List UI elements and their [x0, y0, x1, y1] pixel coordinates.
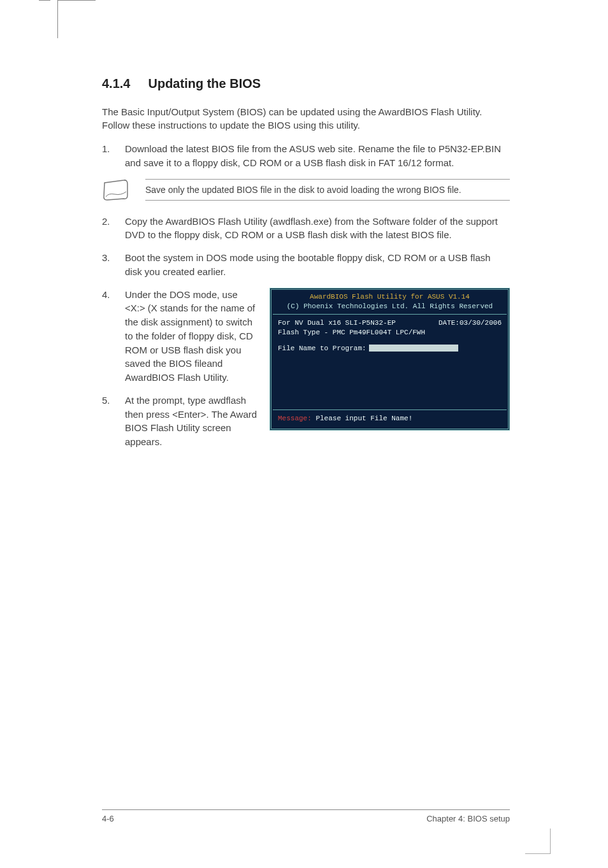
step-text: Copy the AwardBIOS Flash Utility (awdfla… — [125, 215, 510, 243]
page-number: 4-6 — [102, 814, 114, 823]
step-number: 3. — [102, 251, 125, 279]
step-4: 4. Under the DOS mode, use <X:> (X stand… — [102, 288, 258, 385]
bios-header-1: AwardBIOS Flash Utility for ASUS V1.14 — [273, 291, 507, 302]
heading-title: Updating the BIOS — [148, 76, 261, 90]
bios-terminal: AwardBIOS Flash Utility for ASUS V1.14 (… — [270, 288, 510, 431]
step-number: 1. — [102, 142, 125, 170]
note-paper-icon — [102, 179, 131, 201]
step-5: 5. At the prompt, type awdflash then pre… — [102, 394, 258, 449]
step-number: 5. — [102, 394, 125, 449]
step-text: Boot the system in DOS mode using the bo… — [125, 251, 510, 279]
page-content: 4.1.4Updating the BIOS The Basic Input/O… — [102, 76, 510, 458]
bios-prompt-label: File Name to Program: — [278, 345, 366, 352]
step-text: At the prompt, type awdflash then press … — [125, 394, 258, 449]
crop-mark-top-left — [57, 0, 96, 38]
right-column: AwardBIOS Flash Utility for ASUS V1.14 (… — [270, 288, 510, 431]
bios-info-row: For NV Dual x16 SLI-P5N32-EP DATE:03/30/… — [278, 318, 502, 328]
bios-flash-type: Flash Type - PMC Pm49FL004T LPC/FWH — [278, 328, 502, 338]
bios-message-row: Message: Please input File Name! — [273, 410, 507, 427]
chapter-label: Chapter 4: BIOS setup — [426, 814, 510, 823]
step-text: Download the latest BIOS file from the A… — [125, 142, 510, 170]
step-1: 1. Download the latest BIOS file from th… — [102, 142, 510, 170]
note-text: Save only the updated BIOS file in the d… — [145, 179, 510, 201]
bios-header-2: (C) Phoenix Technologies Ltd. All Rights… — [273, 302, 507, 315]
bios-board-info: For NV Dual x16 SLI-P5N32-EP — [278, 318, 396, 328]
step-number: 2. — [102, 215, 125, 243]
step-2: 2. Copy the AwardBIOS Flash Utility (awd… — [102, 215, 510, 243]
bios-body: For NV Dual x16 SLI-P5N32-EP DATE:03/30/… — [273, 315, 507, 410]
step-3: 3. Boot the system in DOS mode using the… — [102, 251, 510, 279]
crop-mark-bottom-right — [525, 829, 551, 854]
steps-list-cont: 2. Copy the AwardBIOS Flash Utility (awd… — [102, 215, 510, 279]
heading-number: 4.1.4 — [102, 76, 130, 91]
bios-prompt-line: File Name to Program: — [278, 344, 502, 353]
note-callout: Save only the updated BIOS file in the d… — [102, 179, 510, 201]
steps-list: 1. Download the latest BIOS file from th… — [102, 142, 510, 170]
two-column-section: 4. Under the DOS mode, use <X:> (X stand… — [102, 288, 510, 458]
step-number: 4. — [102, 288, 125, 385]
bios-date: DATE:03/30/2006 — [438, 318, 502, 328]
bios-message-label: Message: — [278, 415, 312, 422]
steps-45: 4. Under the DOS mode, use <X:> (X stand… — [102, 288, 258, 449]
step-text: Under the DOS mode, use <X:> (X stands f… — [125, 288, 258, 385]
intro-paragraph: The Basic Input/Output System (BIOS) can… — [102, 105, 510, 132]
page-footer: 4-6 Chapter 4: BIOS setup — [102, 809, 510, 823]
section-heading: 4.1.4Updating the BIOS — [102, 76, 510, 91]
bios-input-cursor — [369, 345, 458, 352]
left-column: 4. Under the DOS mode, use <X:> (X stand… — [102, 288, 258, 458]
bios-message-text: Please input File Name! — [312, 415, 412, 422]
